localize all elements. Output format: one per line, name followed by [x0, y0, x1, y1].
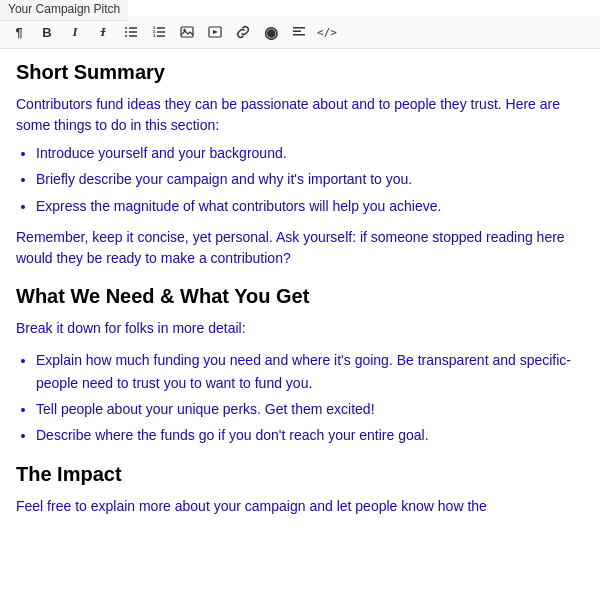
title-text: Your Campaign Pitch: [0, 0, 128, 21]
ordered-list-button[interactable]: 1. 2. 3.: [146, 20, 172, 44]
svg-rect-16: [293, 27, 305, 29]
bold-button[interactable]: B: [34, 20, 60, 44]
toolbar: ¶ B I I 1. 2. 3.: [0, 16, 600, 49]
list-item: Briefly describe your campaign and why i…: [36, 168, 584, 190]
list-item: Tell people about your unique perks. Get…: [36, 398, 584, 420]
section-summary-footer: Remember, keep it concise, yet personal.…: [16, 227, 584, 269]
section-heading-summary: Short Summary: [16, 61, 584, 84]
list-item: Express the magnitude of what contributo…: [36, 195, 584, 217]
italic-button[interactable]: I: [62, 20, 88, 44]
svg-rect-17: [293, 31, 301, 33]
svg-text:3.: 3.: [153, 33, 156, 38]
svg-point-2: [125, 31, 127, 33]
section-heading-impact: The Impact: [16, 463, 584, 486]
unordered-list-button[interactable]: [118, 20, 144, 44]
media-button[interactable]: [202, 20, 228, 44]
special-button[interactable]: ◉: [258, 20, 284, 44]
list-item: Describe where the funds go if you don't…: [36, 424, 584, 446]
title-bar: Your Campaign Pitch: [0, 0, 600, 16]
paragraph-icon[interactable]: ¶: [6, 20, 32, 44]
code-button[interactable]: </>: [314, 20, 340, 44]
section-needs-bullets: Explain how much funding you need and wh…: [36, 349, 584, 447]
section-summary-intro: Contributors fund ideas they can be pass…: [16, 94, 584, 136]
svg-point-0: [125, 27, 127, 29]
svg-marker-15: [213, 30, 218, 34]
section-needs-intro: Break it down for folks in more detail:: [16, 318, 584, 339]
list-item: Explain how much funding you need and wh…: [36, 349, 584, 394]
align-button[interactable]: [286, 20, 312, 44]
svg-rect-12: [181, 27, 193, 37]
svg-point-4: [125, 35, 127, 37]
link-button[interactable]: [230, 20, 256, 44]
list-item: Introduce yourself and your background.: [36, 142, 584, 164]
svg-rect-18: [293, 34, 305, 36]
content-area[interactable]: Short Summary Contributors fund ideas th…: [0, 49, 600, 598]
strikethrough-button[interactable]: I: [90, 20, 116, 44]
section-heading-needs: What We Need & What You Get: [16, 285, 584, 308]
section-summary-bullets: Introduce yourself and your background. …: [36, 142, 584, 217]
section-impact-intro: Feel free to explain more about your cam…: [16, 496, 584, 517]
image-button[interactable]: [174, 20, 200, 44]
